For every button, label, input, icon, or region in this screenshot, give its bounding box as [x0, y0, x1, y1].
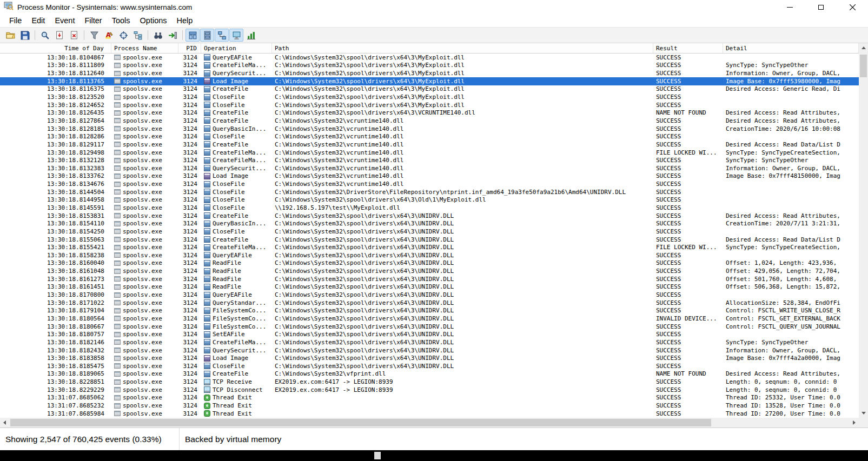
event-row[interactable]: 13:30:18.8145591 spoolsv.exe 3124 CloseF… [0, 204, 859, 212]
event-row[interactable]: 13:30:18.8155421 spoolsv.exe 3124 Create… [0, 243, 859, 251]
event-row[interactable]: 13:30:18.8127864 spoolsv.exe 3124 Create… [0, 117, 859, 125]
event-row[interactable]: 13:30:18.8134676 spoolsv.exe 3124 CloseF… [0, 180, 859, 188]
event-row[interactable]: 13:30:18.8113765 spoolsv.exe 3124 Load I… [0, 77, 859, 85]
open-log-button[interactable] [3, 29, 17, 42]
event-row[interactable]: 13:30:18.8132128 spoolsv.exe 3124 Create… [0, 156, 859, 164]
menu-options[interactable]: Options [135, 15, 172, 26]
process-icon [114, 316, 121, 321]
scroll-left-button[interactable] [0, 418, 9, 427]
highlight-button[interactable]: A [102, 29, 116, 42]
vertical-scroll-thumb[interactable] [860, 55, 867, 77]
scroll-down-button[interactable] [859, 409, 868, 418]
event-row[interactable]: 13:30:18.8129117 spoolsv.exe 3124 Create… [0, 141, 859, 149]
capture-button[interactable] [38, 29, 52, 42]
event-row[interactable]: 13:30:18.8128286 spoolsv.exe 3124 CloseF… [0, 132, 859, 141]
event-row[interactable]: 13:30:18.8129498 spoolsv.exe 3124 Create… [0, 149, 859, 157]
event-row[interactable]: 13:30:18.8123520 spoolsv.exe 3124 CloseF… [0, 93, 859, 101]
menu-event[interactable]: Event [50, 15, 79, 26]
event-row[interactable]: 13:30:18.8111809 spoolsv.exe 3124 Create… [0, 62, 859, 70]
event-result: SUCCESS [653, 378, 723, 385]
scroll-up-button[interactable] [859, 43, 868, 52]
show-profiling-events-button[interactable] [244, 29, 258, 42]
operation-icon [204, 125, 210, 132]
event-row[interactable]: 13:30:18.8144958 spoolsv.exe 3124 CloseF… [0, 196, 859, 204]
event-row[interactable]: 13:30:18.8154110 spoolsv.exe 3124 QueryB… [0, 219, 859, 228]
event-row[interactable]: 13:30:18.8126435 spoolsv.exe 3124 Create… [0, 109, 859, 117]
filter-button[interactable] [87, 29, 101, 42]
menu-file[interactable]: File [4, 15, 26, 26]
event-row[interactable]: 13:30:18.8171022 spoolsv.exe 3124 QueryS… [0, 299, 859, 307]
event-row[interactable]: 13:30:18.8189065 spoolsv.exe 3124 Create… [0, 370, 859, 378]
horizontal-scroll-track[interactable] [9, 418, 850, 427]
process-tree-button[interactable] [131, 29, 145, 42]
event-row[interactable]: 13:30:18.8183858 spoolsv.exe 3124 Load I… [0, 354, 859, 362]
event-row[interactable]: 13:30:18.8170800 spoolsv.exe 3124 QueryE… [0, 291, 859, 299]
column-header-operation[interactable]: Operation [201, 43, 272, 53]
event-row[interactable]: 13:30:18.8160040 spoolsv.exe 3124 ReadFi… [0, 259, 859, 268]
close-button[interactable] [837, 0, 868, 14]
maximize-button[interactable] [805, 0, 837, 14]
menu-help[interactable]: Help [172, 15, 198, 26]
vertical-scrollbar[interactable] [859, 43, 868, 418]
event-time: 13:30:18.8133762 [0, 172, 111, 179]
menu-filter[interactable]: Filter [79, 15, 107, 26]
status-bar: Showing 2,547 of 760,425 events (0.33%) … [0, 427, 868, 450]
horizontal-scroll-thumb[interactable] [10, 419, 711, 426]
event-row[interactable]: 13:30:18.8128185 spoolsv.exe 3124 QueryB… [0, 125, 859, 133]
column-header-detail[interactable]: Detail [723, 43, 859, 53]
include-process-button[interactable] [116, 29, 130, 42]
show-process-thread-activity-button[interactable] [229, 29, 243, 42]
jump-to-button[interactable] [165, 29, 180, 42]
event-row[interactable]: 13:30:18.8124652 spoolsv.exe 3124 CloseF… [0, 101, 859, 109]
event-row[interactable]: 13:30:18.8161273 spoolsv.exe 3124 ReadFi… [0, 275, 859, 283]
event-operation: QueryEAFile [201, 291, 272, 298]
event-row[interactable]: 13:30:18.8180564 spoolsv.exe 3124 FileSy… [0, 315, 859, 323]
event-row[interactable]: 13:30:18.8182432 spoolsv.exe 3124 QueryS… [0, 346, 859, 355]
event-time: 13:30:18.8161048 [0, 268, 111, 275]
event-row[interactable]: 13:30:18.8144504 spoolsv.exe 3124 CloseF… [0, 188, 859, 196]
show-registry-activity-button[interactable] [185, 29, 200, 42]
event-row[interactable]: 13:31:07.8685062 spoolsv.exe 3124 Thread… [0, 394, 859, 402]
column-header-process-name[interactable]: Process Name [111, 43, 178, 53]
vertical-scroll-track[interactable] [859, 52, 868, 409]
event-row[interactable]: 13:30:18.8133762 spoolsv.exe 3124 Load I… [0, 172, 859, 181]
horizontal-scrollbar[interactable] [0, 418, 868, 427]
column-header-time-of-day[interactable]: Time of Day [0, 43, 111, 53]
event-row[interactable]: 13:30:18.8182146 spoolsv.exe 3124 Create… [0, 338, 859, 346]
event-row[interactable]: 13:30:18.8112640 spoolsv.exe 3124 QueryS… [0, 69, 859, 77]
event-process: spoolsv.exe [111, 291, 178, 298]
find-button[interactable] [151, 29, 165, 42]
event-row[interactable]: 13:30:18.8180667 spoolsv.exe 3124 FileSy… [0, 323, 859, 331]
menu-edit[interactable]: Edit [26, 15, 50, 26]
event-row[interactable]: 13:30:18.8104867 spoolsv.exe 3124 QueryE… [0, 54, 859, 62]
show-network-activity-button[interactable] [215, 29, 229, 42]
clear-display-button[interactable] [67, 29, 81, 42]
minimize-button[interactable] [774, 0, 805, 14]
event-row[interactable]: 13:30:18.8132383 spoolsv.exe 3124 QueryS… [0, 164, 859, 172]
event-row[interactable]: 13:30:18.8228851 spoolsv.exe 3124 TCP Re… [0, 378, 859, 386]
event-row[interactable]: 13:30:18.8116375 spoolsv.exe 3124 Create… [0, 85, 859, 93]
event-result: SUCCESS [653, 102, 723, 109]
event-result: SUCCESS [653, 228, 723, 235]
event-row[interactable]: 13:30:18.8180757 spoolsv.exe 3124 SetEAF… [0, 330, 859, 338]
event-row[interactable]: 13:30:18.8153831 spoolsv.exe 3124 Create… [0, 212, 859, 220]
event-row[interactable]: 13:31:07.8685232 spoolsv.exe 3124 Thread… [0, 402, 859, 410]
event-row[interactable]: 13:30:18.8158238 spoolsv.exe 3124 QueryE… [0, 251, 859, 259]
show-file-system-activity-button[interactable] [200, 29, 214, 42]
event-row[interactable]: 13:30:18.8179104 spoolsv.exe 3124 FileSy… [0, 307, 859, 315]
autoscroll-button[interactable] [52, 29, 67, 42]
scroll-right-button[interactable] [850, 418, 859, 427]
menu-tools[interactable]: Tools [107, 15, 135, 26]
event-row[interactable]: 13:30:18.8155063 spoolsv.exe 3124 Create… [0, 236, 859, 244]
event-row[interactable]: 13:31:07.8685984 spoolsv.exe 3124 Thread… [0, 410, 859, 418]
event-row[interactable]: 13:30:18.8185475 spoolsv.exe 3124 CloseF… [0, 362, 859, 370]
event-operation: CloseFile [201, 181, 272, 188]
event-row[interactable]: 13:30:18.8229229 spoolsv.exe 3124 TCP Di… [0, 386, 859, 394]
column-header-result[interactable]: Result [653, 43, 723, 53]
column-header-path[interactable]: Path [272, 43, 653, 53]
event-row[interactable]: 13:30:18.8161048 spoolsv.exe 3124 ReadFi… [0, 267, 859, 275]
column-header-pid[interactable]: PID [178, 43, 201, 53]
event-row[interactable]: 13:30:18.8154250 spoolsv.exe 3124 CloseF… [0, 228, 859, 236]
event-row[interactable]: 13:30:18.8161451 spoolsv.exe 3124 ReadFi… [0, 283, 859, 291]
save-button[interactable] [18, 29, 32, 42]
